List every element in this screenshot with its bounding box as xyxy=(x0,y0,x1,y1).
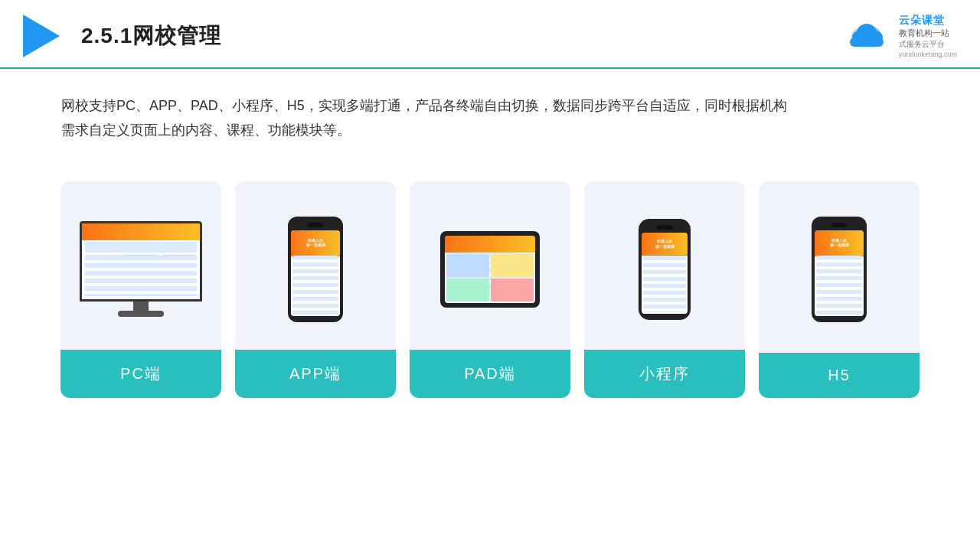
description-line2: 需求自定义页面上的内容、课程、功能模块等。 xyxy=(61,118,919,142)
brand-name: 云朵课堂 xyxy=(899,14,945,28)
app-screen-content xyxy=(292,256,338,314)
card-miniapp-image: 职遇人的第一堂刷课 xyxy=(584,181,745,350)
logo-triangle-icon xyxy=(23,15,60,57)
card-app: 职遇人的第一堂刷课 APP端 xyxy=(235,181,396,398)
card-miniapp: 职遇人的第一堂刷课 小程序 xyxy=(584,181,745,398)
card-miniapp-label: 小程序 xyxy=(584,350,745,398)
card-pc-label: PC端 xyxy=(60,350,221,398)
miniapp-screen: 职遇人的第一堂刷课 xyxy=(642,233,688,314)
pad-tablet-screen xyxy=(445,236,535,303)
card-pad-label: PAD端 xyxy=(410,350,570,398)
h5-phone-screen: 职遇人的第一堂刷课 xyxy=(815,230,864,316)
miniapp-phone: 职遇人的第一堂刷课 xyxy=(639,219,691,320)
cards-container: PC端 职遇人的第一堂刷课 APP端 xyxy=(0,158,980,413)
h5-phone-notch xyxy=(831,223,847,227)
description-line1: 网校支持PC、APP、PAD、小程序、H5，实现多端打通，产品各终端自由切换，数… xyxy=(61,93,919,118)
brand-info: 云朵课堂 教育机构一站 式服务云平台 yunduoketang.com xyxy=(899,14,957,58)
header-left: 2.5.1网校管理 xyxy=(23,15,221,57)
pc-screen xyxy=(80,221,202,302)
header-right: 云朵课堂 教育机构一站 式服务云平台 yunduoketang.com xyxy=(844,14,957,58)
description: 网校支持PC、APP、PAD、小程序、H5，实现多端打通，产品各终端自由切换，数… xyxy=(0,69,980,151)
card-pc-image xyxy=(60,181,221,350)
card-app-image: 职遇人的第一堂刷课 xyxy=(235,181,396,350)
card-pad-image xyxy=(410,181,570,350)
miniapp-notch xyxy=(656,225,673,230)
card-pad: PAD端 xyxy=(410,181,570,398)
app-phone-mockup: 职遇人的第一堂刷课 xyxy=(288,217,343,322)
app-phone-screen: 职遇人的第一堂刷课 xyxy=(291,230,340,316)
h5-screen-content xyxy=(816,256,862,314)
pc-base xyxy=(118,311,164,317)
card-h5-image: 职遇人的第一堂刷课 xyxy=(759,181,920,350)
brand-sub2: 式服务云平台 xyxy=(899,39,945,50)
pc-neck xyxy=(133,302,149,311)
app-phone-body: 职遇人的第一堂刷课 xyxy=(288,217,343,322)
h5-phone-body: 职遇人的第一堂刷课 xyxy=(812,217,867,322)
card-app-label: APP端 xyxy=(235,350,396,398)
card-pc: PC端 xyxy=(60,181,221,398)
pc-mockup xyxy=(80,221,202,317)
page-title: 2.5.1网校管理 xyxy=(81,21,221,51)
h5-phone-mockup: 职遇人的第一堂刷课 xyxy=(812,217,867,322)
header: 2.5.1网校管理 云朵课堂 教育机构一站 式服务云平台 yunduoketan… xyxy=(0,0,980,69)
card-h5: 职遇人的第一堂刷课 H5 xyxy=(759,181,920,398)
brand-sub1: 教育机构一站 xyxy=(899,28,949,39)
cloud-logo-icon xyxy=(844,22,890,50)
pc-screen-inner xyxy=(82,223,200,299)
card-h5-label: H5 xyxy=(759,353,920,398)
brand-url: yunduoketang.com xyxy=(899,51,957,58)
miniapp-content xyxy=(643,256,686,312)
app-phone-notch xyxy=(308,223,323,227)
svg-rect-6 xyxy=(850,37,884,47)
pad-tablet-body xyxy=(440,231,540,308)
pad-tablet-mockup xyxy=(440,231,540,308)
